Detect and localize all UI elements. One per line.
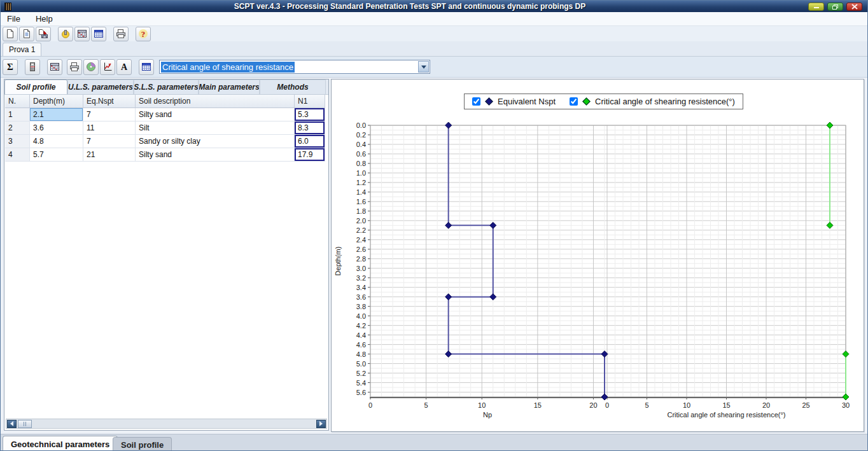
menu-help[interactable]: Help bbox=[34, 13, 54, 24]
print-button[interactable] bbox=[113, 27, 129, 41]
svg-text:1.4: 1.4 bbox=[356, 188, 366, 196]
sum-icon: Σ bbox=[5, 62, 15, 72]
save-document-icon bbox=[38, 29, 48, 39]
data-table-button[interactable] bbox=[74, 27, 90, 41]
cell-n[interactable]: 3 bbox=[5, 135, 30, 148]
svg-text:0.4: 0.4 bbox=[356, 141, 366, 148]
legend-checkbox-angle[interactable] bbox=[570, 97, 578, 106]
svg-text:25: 25 bbox=[802, 401, 809, 409]
new-document-icon bbox=[5, 29, 15, 39]
app-icon bbox=[4, 3, 11, 11]
svg-text:10: 10 bbox=[478, 401, 486, 409]
cell-n1[interactable]: 17.9 bbox=[295, 148, 325, 162]
cell-eq_nspt[interactable]: 21 bbox=[83, 148, 136, 162]
svg-text:0.6: 0.6 bbox=[356, 150, 366, 158]
cell-depth[interactable]: 5.7 bbox=[30, 148, 83, 162]
legend-checkbox-nspt[interactable] bbox=[472, 97, 480, 106]
scroll-left-button[interactable] bbox=[7, 420, 17, 428]
cell-soil_description[interactable]: Sandy or silty clay bbox=[136, 135, 295, 148]
data-table-button[interactable] bbox=[47, 59, 62, 75]
close-icon bbox=[851, 4, 858, 10]
cell-eq_nspt[interactable]: 11 bbox=[83, 121, 136, 135]
help-button[interactable]: ? bbox=[136, 27, 151, 41]
svg-text:5.0: 5.0 bbox=[356, 360, 366, 368]
minimize-button[interactable] bbox=[808, 3, 824, 11]
chart-settings-button[interactable] bbox=[100, 59, 115, 75]
svg-text:?: ? bbox=[141, 29, 146, 39]
legend-item-angle: Critical angle of shearing resistence(°) bbox=[570, 97, 735, 106]
cell-soil_description[interactable]: Silty sand bbox=[136, 108, 295, 121]
tab-methods[interactable]: Methods bbox=[260, 80, 326, 94]
tab-uls-parameters[interactable]: U.L.S. parameters bbox=[67, 80, 134, 94]
soil-profile-panel: Soil profile U.L.S. parameters S.L.S. pa… bbox=[4, 79, 329, 431]
svg-text:3.8: 3.8 bbox=[356, 303, 366, 310]
table-row: 34.87Sandy or silty clay6.0 bbox=[5, 135, 328, 148]
svg-text:5: 5 bbox=[424, 401, 428, 409]
svg-text:1.8: 1.8 bbox=[356, 207, 366, 215]
tab-sls-parameters[interactable]: S.L.S. parameters bbox=[134, 80, 199, 94]
svg-text:4.0: 4.0 bbox=[356, 312, 366, 320]
bottom-tab-geotechnical-parameters[interactable]: Geotechnical parameters bbox=[3, 436, 118, 451]
calculator-button[interactable] bbox=[25, 59, 40, 75]
cell-n[interactable]: 1 bbox=[5, 108, 30, 121]
n1-value-field[interactable]: 17.9 bbox=[295, 148, 325, 161]
main-toolbar: ? bbox=[1, 26, 867, 41]
print-button[interactable] bbox=[67, 59, 82, 75]
table-button[interactable] bbox=[139, 59, 154, 75]
n1-value-field[interactable]: 5.3 bbox=[295, 108, 325, 121]
save-document-button[interactable] bbox=[36, 27, 51, 41]
cell-eq_nspt[interactable]: 7 bbox=[83, 108, 136, 121]
svg-text:2.8: 2.8 bbox=[356, 255, 366, 263]
project-tab-prova1[interactable]: Prova 1 bbox=[3, 43, 41, 56]
svg-text:3.4: 3.4 bbox=[356, 284, 366, 291]
cell-n1[interactable]: 8.3 bbox=[295, 121, 325, 135]
calculator-icon bbox=[27, 62, 38, 72]
cell-eq_nspt[interactable]: 7 bbox=[83, 135, 136, 148]
cell-depth[interactable]: 4.8 bbox=[30, 135, 83, 148]
scroll-right-button[interactable] bbox=[316, 420, 326, 428]
table-row: 45.721Silty sand17.9 bbox=[5, 148, 328, 162]
cell-soil_description[interactable]: Silt bbox=[136, 121, 295, 135]
combobox-drop-button[interactable] bbox=[418, 61, 429, 73]
n1-value-field[interactable]: 8.3 bbox=[295, 121, 325, 134]
svg-text:20: 20 bbox=[589, 401, 597, 409]
titlebar: SCPT ver.4.3 - Processing Standard Penet… bbox=[1, 1, 867, 12]
soil-table: N. Depth(m) Eq.Nspt Soil description N1 … bbox=[5, 95, 328, 162]
svg-text:4.8: 4.8 bbox=[356, 350, 366, 358]
menu-file[interactable]: File bbox=[6, 13, 22, 24]
svg-text:Critical angle of shearing res: Critical angle of shearing resistence(°) bbox=[668, 411, 786, 419]
open-document-button[interactable] bbox=[19, 27, 34, 41]
scrollbar-thumb[interactable] bbox=[18, 420, 32, 428]
cell-depth[interactable]: 2.1 bbox=[30, 108, 83, 121]
parameter-combobox[interactable]: Critical angle of shearing resistance bbox=[159, 60, 430, 74]
svg-text:Depth(m): Depth(m) bbox=[334, 247, 342, 276]
font-button[interactable]: A bbox=[116, 59, 132, 75]
maximize-button[interactable] bbox=[827, 3, 843, 11]
bottom-tab-soil-profile[interactable]: Soil profile bbox=[113, 437, 172, 451]
n1-value-field[interactable]: 6.0 bbox=[295, 135, 325, 148]
cell-n[interactable]: 4 bbox=[5, 148, 30, 162]
cell-n[interactable]: 2 bbox=[5, 121, 30, 135]
cell-n1[interactable]: 5.3 bbox=[295, 108, 325, 121]
power-button[interactable] bbox=[58, 27, 73, 41]
tab-soil-profile[interactable]: Soil profile bbox=[4, 80, 67, 94]
font-icon: A bbox=[119, 62, 129, 72]
horizontal-scrollbar[interactable] bbox=[6, 419, 327, 429]
svg-text:10: 10 bbox=[683, 401, 690, 409]
cell-soil_description[interactable]: Silty sand bbox=[136, 148, 295, 162]
svg-text:1.0: 1.0 bbox=[356, 169, 366, 177]
close-button[interactable] bbox=[846, 3, 862, 11]
legend-item-nspt: Equivalent Nspt bbox=[472, 97, 556, 106]
sum-button[interactable]: Σ bbox=[3, 59, 18, 75]
chart-panel: Equivalent Nspt Critical angle of sheari… bbox=[331, 79, 864, 432]
content-area: Soil profile U.L.S. parameters S.L.S. pa… bbox=[1, 78, 867, 434]
new-document-button[interactable] bbox=[3, 27, 18, 41]
svg-text:0.0: 0.0 bbox=[356, 121, 366, 129]
export-cd-button[interactable] bbox=[83, 59, 99, 75]
cell-n1[interactable]: 6.0 bbox=[295, 135, 325, 148]
results-table-button[interactable] bbox=[91, 27, 106, 41]
chart-icon bbox=[102, 62, 113, 72]
svg-text:30: 30 bbox=[842, 401, 850, 409]
cell-depth[interactable]: 3.6 bbox=[30, 121, 83, 135]
tab-main-parameters[interactable]: Main parameters bbox=[199, 80, 260, 94]
